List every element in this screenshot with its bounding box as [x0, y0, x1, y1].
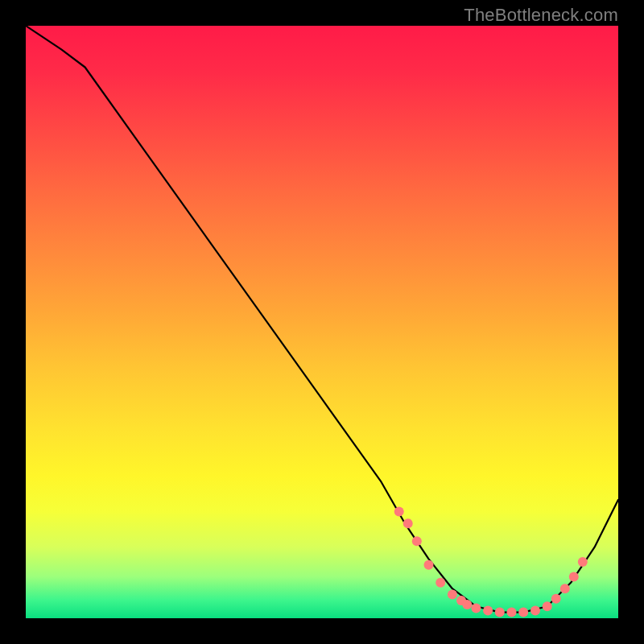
highlight-dot [530, 605, 540, 615]
highlight-dot [495, 608, 505, 617]
chart-frame: TheBottleneck.com [0, 0, 644, 644]
watermark-text: TheBottleneck.com [464, 5, 618, 26]
highlight-dot [424, 560, 434, 570]
highlight-dot [462, 600, 472, 609]
highlight-dot [551, 594, 561, 604]
highlight-dot [560, 584, 570, 593]
highlight-dot [483, 605, 493, 615]
highlight-dot [471, 604, 481, 613]
highlight-dot [518, 608, 528, 617]
bottleneck-curve [26, 26, 618, 613]
highlight-dots [394, 507, 588, 617]
highlight-dot [436, 578, 445, 588]
highlight-dot [569, 572, 579, 582]
plot-area [26, 26, 618, 618]
highlight-dot [578, 557, 588, 567]
highlight-dot [403, 518, 413, 528]
highlight-dot [394, 507, 404, 517]
highlight-dot [507, 608, 517, 617]
highlight-dot [412, 536, 422, 546]
chart-overlay [26, 26, 618, 618]
highlight-dot [543, 601, 552, 611]
highlight-dot [448, 590, 457, 600]
